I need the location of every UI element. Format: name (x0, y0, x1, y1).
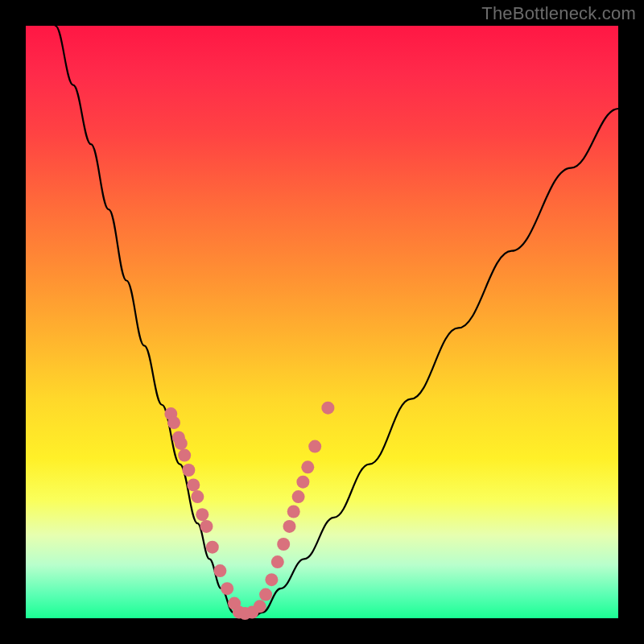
sample-point (271, 555, 284, 568)
sample-point (182, 464, 195, 477)
watermark-text: TheBottleneck.com (481, 3, 636, 24)
sample-point (254, 600, 266, 613)
bottleneck-curve-path (56, 26, 618, 618)
sample-point (301, 460, 314, 473)
sample-point (187, 478, 200, 491)
sample-point (277, 538, 290, 551)
sample-point (178, 449, 191, 462)
sample-point (292, 490, 305, 503)
sample-point (167, 416, 180, 429)
sample-point (221, 582, 233, 595)
sample-point (206, 541, 219, 554)
sample-point (191, 490, 204, 503)
sample-point (200, 520, 213, 533)
plot-area (26, 26, 618, 618)
curve-group (56, 26, 618, 618)
sample-point (287, 506, 300, 518)
sample-point (283, 520, 296, 533)
chart-frame: TheBottleneck.com (0, 0, 644, 644)
sample-point (321, 402, 334, 415)
sample-point (196, 508, 208, 521)
curve-svg (26, 26, 618, 618)
sample-point (175, 437, 188, 450)
sample-point (259, 588, 272, 601)
sample-point (265, 573, 278, 586)
sample-points-group (164, 402, 334, 620)
sample-point (213, 564, 226, 577)
sample-point (296, 476, 309, 489)
sample-point (308, 440, 321, 453)
